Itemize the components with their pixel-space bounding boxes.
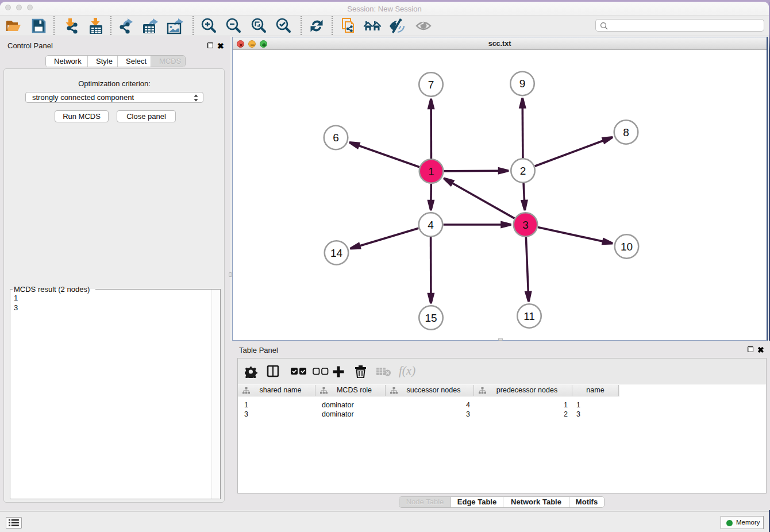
svg-text:8: 8 [623, 126, 629, 138]
svg-text:14: 14 [330, 247, 343, 259]
svg-text:6: 6 [333, 132, 339, 144]
svg-text:4: 4 [428, 219, 434, 231]
svg-text:3: 3 [522, 219, 529, 231]
svg-text:15: 15 [425, 312, 437, 324]
svg-text:11: 11 [523, 310, 535, 322]
svg-text:2: 2 [520, 165, 526, 177]
svg-text:10: 10 [621, 241, 633, 253]
svg-text:7: 7 [428, 79, 434, 91]
svg-text:1: 1 [428, 165, 434, 178]
svg-text:9: 9 [519, 78, 526, 90]
